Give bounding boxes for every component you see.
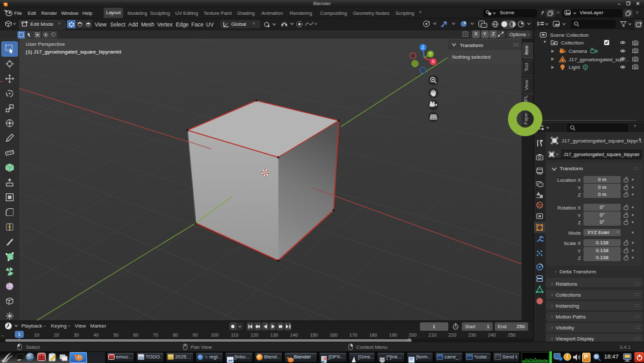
svg-text:140: 140 [290,332,298,338]
svg-text:Nothing selected: Nothing selected [452,54,491,60]
svg-text:250: 250 [508,332,516,338]
svg-text:20: 20 [54,332,59,338]
svg-text:210: 210 [429,332,437,338]
svg-text:240: 240 [488,332,496,338]
svg-text:170: 170 [350,332,357,338]
svg-text:!: ! [567,353,569,360]
svg-text:30: 30 [73,332,79,338]
svg-text:X: X [432,59,435,64]
svg-text:Y: Y [429,52,432,56]
svg-text:80: 80 [173,332,178,338]
svg-text:(1) J17_gyroelongated_square_b: (1) J17_gyroelongated_square_bipyramid [26,49,121,55]
svg-text:10: 10 [34,332,39,338]
svg-text:User Perspective: User Perspective [26,41,65,47]
svg-text:60: 60 [133,332,138,338]
svg-text:200: 200 [409,332,417,338]
svg-text:230: 230 [468,332,476,338]
svg-text:Z: Z [422,45,424,50]
svg-text:110: 110 [231,332,239,338]
svg-text:190: 190 [389,332,397,338]
svg-text:120: 120 [251,332,258,338]
svg-text:Transform: Transform [460,43,483,48]
svg-text:40: 40 [93,332,99,338]
svg-text:180: 180 [369,332,377,338]
svg-text:50: 50 [113,332,118,338]
svg-text:70: 70 [153,332,158,338]
svg-text:160: 160 [330,332,337,338]
svg-text:150: 150 [310,332,317,338]
svg-text:100: 100 [211,332,219,338]
svg-text:130: 130 [270,332,278,338]
svg-text:220: 220 [448,332,456,338]
svg-text:90: 90 [193,332,198,338]
